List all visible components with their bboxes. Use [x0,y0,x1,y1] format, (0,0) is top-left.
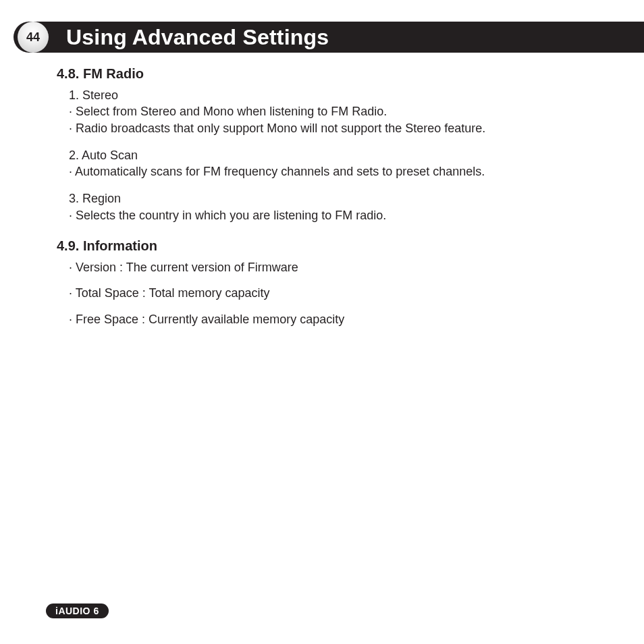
page-title: Using Advanced Settings [66,25,329,50]
page-number-badge: 44 [18,22,49,53]
section-heading-fm-radio: 4.8. FM Radio [57,66,617,82]
item-bullet: Select from Stereo and Mono when listeni… [69,103,617,119]
fm-radio-stereo-block: 1. Stereo Select from Stereo and Mono wh… [69,87,617,136]
fm-radio-region-block: 3. Region Selects the country in which y… [69,190,617,223]
header-bar: Using Advanced Settings [14,22,644,53]
item-bullet: Automatically scans for FM frequency cha… [69,163,617,180]
item-number-stereo: 1. Stereo [69,87,617,103]
item-number-autoscan: 2. Auto Scan [69,147,617,163]
info-bullet-totalspace: Total Space : Total memory capacity [69,285,617,301]
fm-radio-autoscan-block: 2. Auto Scan Automatically scans for FM … [69,147,617,180]
info-bullet-version: Version : The current version of Firmwar… [69,259,617,275]
footer-badge: iAUDIO 6 [46,603,109,618]
item-number-region: 3. Region [69,190,617,207]
item-bullet: Radio broadcasts that only support Mono … [69,120,617,136]
item-bullet: Selects the country in which you are lis… [69,207,617,223]
section-heading-information: 4.9. Information [57,238,617,254]
info-bullet-freespace: Free Space : Currently available memory … [69,311,617,327]
content-area: 4.8. FM Radio 1. Stereo Select from Ster… [57,62,617,337]
information-block: Version : The current version of Firmwar… [69,259,617,327]
